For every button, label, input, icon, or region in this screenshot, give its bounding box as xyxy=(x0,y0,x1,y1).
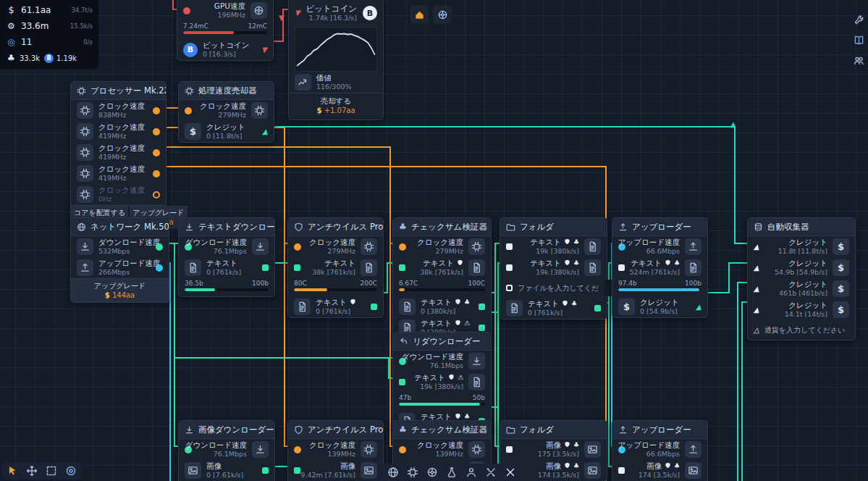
output-port[interactable] xyxy=(153,170,160,177)
node-header[interactable]: アップローダー xyxy=(612,421,707,439)
node-network[interactable]: ネットワーク Mk.50 ダウンロード速度532Mbps アップロード速度266… xyxy=(70,217,169,303)
empty-file-slot[interactable]: ファイルを入力してくだ xyxy=(500,278,607,298)
output-port[interactable] xyxy=(156,243,163,251)
shield-badge-icon xyxy=(562,300,568,308)
cursor-icon[interactable] xyxy=(7,465,18,477)
node-clock-seller[interactable]: 処理速度売却器 クロック速度279MHz $ クレジット0 [11.8t/s] … xyxy=(178,81,274,143)
input-port[interactable] xyxy=(506,285,513,291)
node-text-downloader[interactable]: テキストダウンローダー ダウンロード速度76.1Mbps テキスト0 [761k… xyxy=(178,217,275,297)
node-antivirus-2[interactable]: アンチウイルス Pro クロック速度139MHz 画像9.42m [7.61k/… xyxy=(287,420,384,481)
output-port[interactable] xyxy=(479,325,485,331)
wrench-icon[interactable] xyxy=(854,14,864,25)
node-header[interactable]: ▼ ビットコイン1.74k [16.3/s] B xyxy=(289,0,383,24)
node-image-downloader[interactable]: 画像ダウンローダー ダウンロード速度76.1Mbps 画像0 [7.61k/s]… xyxy=(178,420,275,481)
input-port[interactable] xyxy=(399,379,405,385)
node-antivirus-1[interactable]: アンチウイルス Pro クロック速度279MHz テキスト38k [761k/s… xyxy=(287,217,384,318)
output-port[interactable] xyxy=(371,304,377,310)
empty-currency-slot[interactable]: △ 通貨を入力してください xyxy=(748,320,855,340)
node-checksum-1[interactable]: ♣チェックサム検証器 クロック速度279MHz テキスト38k [761k/s]… xyxy=(392,217,492,339)
node-header[interactable]: アンチウイルス Pro xyxy=(288,421,383,439)
input-port[interactable] xyxy=(618,264,625,271)
node-header[interactable]: テキストダウンローダー xyxy=(179,218,274,236)
node-processor[interactable]: プロセッサー Mk.22 クロック速度838MHz クロック速度419MHz ク… xyxy=(70,81,167,230)
node-header[interactable]: リダウンローダー xyxy=(393,332,491,351)
input-port[interactable]: ▲ xyxy=(754,306,759,314)
input-port[interactable] xyxy=(183,7,190,14)
input-port[interactable] xyxy=(399,264,405,271)
output-port[interactable] xyxy=(262,467,269,474)
node-header[interactable]: ♣チェックサム検証器 xyxy=(393,421,491,439)
node-header[interactable]: アンチウイルス Pro xyxy=(288,218,383,236)
tab-home[interactable] xyxy=(410,5,429,24)
node-uploader-2[interactable]: アップローダー アップロード速度66.6Mbps 画像♣174 [3.5k/s]… xyxy=(612,420,708,481)
input-port[interactable] xyxy=(399,243,406,251)
node-title: テキストダウンローダー xyxy=(198,222,274,233)
input-port[interactable] xyxy=(399,446,406,453)
tab-gpu[interactable] xyxy=(433,5,452,24)
output-port[interactable] xyxy=(153,149,160,156)
input-port[interactable] xyxy=(506,446,513,453)
input-port[interactable] xyxy=(294,264,300,271)
book-icon[interactable] xyxy=(854,35,864,46)
node-header[interactable]: フォルダ xyxy=(500,218,607,236)
node-header[interactable]: 処理速度売却器 xyxy=(179,82,274,100)
sell-button[interactable]: 売却する $ +1.07aa xyxy=(289,93,383,120)
node-uploader-1[interactable]: アップローダー アップロード速度66.6Mbps テキスト♣524m [761k… xyxy=(612,217,708,318)
upload-icon xyxy=(685,441,701,458)
input-port[interactable]: △ xyxy=(754,327,759,334)
users-icon[interactable] xyxy=(854,55,864,66)
game-board[interactable]: ▼ xyxy=(0,0,868,481)
undo-icon xyxy=(399,337,408,346)
input-port[interactable] xyxy=(618,467,625,474)
flask-icon[interactable] xyxy=(446,467,458,478)
tools-icon[interactable] xyxy=(485,467,497,478)
node-header[interactable]: 自動収集器 xyxy=(748,218,855,236)
input-port[interactable] xyxy=(506,264,513,271)
progress: 80C200C xyxy=(288,278,383,296)
input-port[interactable] xyxy=(185,107,192,114)
credit-input-row: ▲ クレジット11.8t [11.8t/s] $ xyxy=(748,236,855,257)
upgrade-button[interactable]: アップグレード $ 144aa xyxy=(71,279,169,302)
node-bitcoin-market[interactable]: ▼ ビットコイン1.74k [16.3/s] B 価値116/300% 売却する… xyxy=(288,0,384,120)
close-icon[interactable] xyxy=(505,467,516,478)
input-port[interactable] xyxy=(506,243,513,250)
globe-icon[interactable] xyxy=(387,467,399,478)
clock-input-row: クロック速度279MHz xyxy=(393,236,491,257)
marquee-icon[interactable] xyxy=(46,465,57,477)
node-gpu-rig[interactable]: GPU速度196MHz 7.24mC12mC B ビットコイン0 [16.3/s… xyxy=(177,0,274,61)
output-port[interactable]: ▼ xyxy=(261,46,267,54)
puzzle-resource: ♣33.3k xyxy=(6,53,40,63)
output-port[interactable] xyxy=(153,128,160,135)
node-header[interactable]: ♣チェックサム検証器 xyxy=(393,218,491,236)
node-folder-1[interactable]: フォルダ テキスト♣19k [380k/s] テキスト♣19k [380k/s]… xyxy=(500,217,607,319)
output-port[interactable] xyxy=(262,264,269,271)
node-auto-collector[interactable]: 自動収集器 ▲ クレジット11.8t [11.8t/s] $ ▲ クレジット54… xyxy=(747,217,856,340)
input-port[interactable] xyxy=(294,243,301,251)
wire-segment xyxy=(274,262,287,264)
input-port[interactable]: ▲ xyxy=(754,243,759,251)
input-port[interactable] xyxy=(294,467,300,474)
node-header[interactable]: プロセッサー Mk.22 xyxy=(71,82,166,100)
output-port[interactable]: ▲ xyxy=(696,304,701,311)
input-port[interactable] xyxy=(294,446,301,453)
input-port[interactable]: ▼ xyxy=(295,9,300,17)
input-port[interactable]: ▲ xyxy=(754,264,759,272)
output-port[interactable] xyxy=(153,107,160,114)
user-icon[interactable] xyxy=(465,467,477,478)
node-redownloader[interactable]: リダウンローダー ダウンロード速度76.1Mbps テキスト⚠19k [380k… xyxy=(392,332,492,432)
target-icon[interactable] xyxy=(65,465,77,477)
move-icon[interactable] xyxy=(26,465,38,477)
output-port[interactable] xyxy=(153,191,160,198)
input-port[interactable]: ▲ xyxy=(754,285,759,293)
output-port[interactable]: ▲ xyxy=(262,128,268,135)
output-port[interactable] xyxy=(156,264,163,272)
output-port[interactable] xyxy=(594,305,601,311)
chip-icon[interactable] xyxy=(407,467,418,478)
node-header[interactable]: アップローダー xyxy=(612,218,707,236)
doc-icon xyxy=(685,259,701,276)
output-port[interactable] xyxy=(479,304,485,310)
node-header[interactable]: 画像ダウンローダー xyxy=(179,421,274,439)
gpu-icon[interactable] xyxy=(426,467,438,478)
node-header[interactable]: ネットワーク Mk.50 xyxy=(71,218,169,236)
node-header[interactable]: フォルダ xyxy=(500,421,607,439)
